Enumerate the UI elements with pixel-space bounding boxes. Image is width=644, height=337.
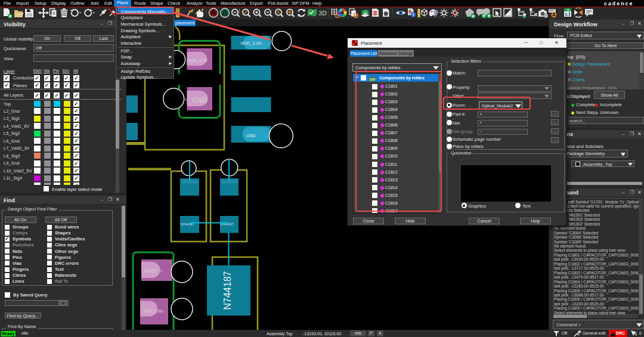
svg-text:GN: GN: [157, 269, 163, 273]
svg-text:VDD_3.3V: VDD_3.3V: [143, 309, 162, 314]
svg-text:GND: GND: [144, 268, 157, 274]
svg-text:ND: ND: [185, 98, 190, 101]
svg-text:3D: 3D: [318, 10, 327, 17]
svg-text:VD: VD: [160, 310, 164, 313]
svg-text:GND: GND: [192, 97, 208, 104]
svg-text:|VDD_3.3V: |VDD_3.3V: [187, 58, 208, 63]
svg-text:DD_3: DD_3: [261, 42, 270, 45]
svg-text:N744187: N744187: [222, 271, 233, 310]
svg-text:VDD_3.3V: VDD_3.3V: [240, 41, 261, 46]
svg-text:i: i: [413, 12, 414, 17]
svg-text:GND: GND: [246, 134, 256, 138]
